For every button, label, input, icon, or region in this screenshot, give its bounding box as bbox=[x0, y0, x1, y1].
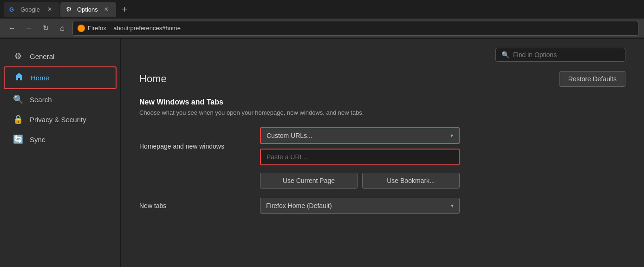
page-title: Home bbox=[139, 73, 167, 85]
options-tab-title: Options bbox=[77, 6, 98, 13]
content-area: 🔍 Find in Options Home Restore Defaults … bbox=[121, 39, 644, 267]
home-icon bbox=[14, 72, 24, 84]
home-nav-button[interactable]: ⌂ bbox=[56, 22, 69, 35]
main-area: ⚙ General Home 🔍 Search 🔒 Privacy & Secu… bbox=[0, 39, 644, 267]
back-button[interactable]: ← bbox=[6, 22, 19, 35]
paste-url-input[interactable] bbox=[260, 149, 460, 165]
tab-bar: G Google ✕ ⚙ Options ✕ + bbox=[0, 0, 644, 19]
google-tab-title: Google bbox=[20, 6, 42, 13]
sidebar-item-general[interactable]: ⚙ General bbox=[4, 46, 117, 66]
url-address bbox=[109, 25, 111, 32]
url-bar[interactable]: Firefox about:preferences#home bbox=[72, 21, 638, 36]
nav-bar: ← → ↻ ⌂ Firefox about:preferences#home bbox=[0, 19, 644, 38]
section-title: New Windows and Tabs bbox=[139, 98, 625, 106]
find-in-options-bar[interactable]: 🔍 Find in Options bbox=[495, 48, 625, 62]
find-bar-placeholder: Find in Options bbox=[513, 51, 557, 59]
find-search-icon: 🔍 bbox=[501, 51, 509, 59]
browser-chrome: G Google ✕ ⚙ Options ✕ + ← → ↻ ⌂ Firefox… bbox=[0, 0, 644, 39]
reload-button[interactable]: ↻ bbox=[39, 22, 52, 35]
sync-icon: 🔄 bbox=[13, 134, 23, 144]
homepage-label: Homepage and new windows bbox=[139, 143, 251, 150]
options-favicon: ⚙ bbox=[66, 6, 73, 13]
homepage-dropdown-value: Custom URLs... bbox=[267, 132, 312, 139]
firefox-favicon bbox=[78, 25, 85, 32]
sidebar-item-privacy[interactable]: 🔒 Privacy & Security bbox=[4, 110, 117, 129]
options-tab-close[interactable]: ✕ bbox=[102, 5, 111, 13]
svg-text:G: G bbox=[9, 6, 14, 13]
use-current-page-button[interactable]: Use Current Page bbox=[260, 173, 358, 189]
homepage-dropdown[interactable]: Custom URLs... ▾ bbox=[260, 127, 460, 144]
new-tab-button[interactable]: + bbox=[117, 2, 132, 17]
sidebar-item-sync[interactable]: 🔄 Sync bbox=[4, 130, 117, 149]
search-icon: 🔍 bbox=[13, 94, 23, 104]
newtabs-dropdown-value: Firefox Home (Default) bbox=[266, 202, 332, 209]
sidebar-item-sync-label: Sync bbox=[30, 136, 45, 143]
newtabs-dropdown-arrow: ▾ bbox=[451, 202, 454, 209]
page-title-row: Home Restore Defaults bbox=[139, 66, 625, 87]
forward-button[interactable]: → bbox=[22, 22, 35, 35]
lock-icon: 🔒 bbox=[13, 114, 23, 124]
options-tab[interactable]: ⚙ Options ✕ bbox=[60, 2, 116, 17]
general-icon: ⚙ bbox=[13, 51, 23, 61]
sidebar-item-general-label: General bbox=[30, 52, 54, 60]
url-action-buttons: Use Current Page Use Bookmark... bbox=[260, 173, 625, 189]
use-bookmark-button[interactable]: Use Bookmark... bbox=[362, 173, 460, 189]
sidebar-item-home-label: Home bbox=[31, 74, 49, 82]
newtabs-dropdown[interactable]: Firefox Home (Default) ▾ bbox=[260, 198, 460, 214]
google-favicon: G bbox=[9, 6, 17, 13]
sidebar-item-privacy-label: Privacy & Security bbox=[30, 116, 86, 124]
homepage-form-row: Homepage and new windows Custom URLs... … bbox=[139, 127, 625, 165]
google-tab-close[interactable]: ✕ bbox=[46, 5, 54, 13]
newtabs-label: New tabs bbox=[139, 202, 251, 209]
sidebar: ⚙ General Home 🔍 Search 🔒 Privacy & Secu… bbox=[0, 39, 121, 267]
newtabs-row: New tabs Firefox Home (Default) ▾ bbox=[139, 198, 625, 214]
restore-defaults-button[interactable]: Restore Defaults bbox=[559, 71, 625, 87]
homepage-dropdown-arrow: ▾ bbox=[450, 132, 453, 139]
sidebar-item-home[interactable]: Home bbox=[4, 66, 117, 89]
homepage-controls: Custom URLs... ▾ bbox=[260, 127, 625, 165]
url-full: about:preferences#home bbox=[113, 25, 181, 32]
url-brand: Firefox bbox=[88, 25, 106, 32]
google-tab[interactable]: G Google ✕ bbox=[4, 2, 59, 17]
section-desc: Choose what you see when you open your h… bbox=[139, 109, 625, 116]
sidebar-item-search-label: Search bbox=[30, 96, 52, 104]
sidebar-item-search[interactable]: 🔍 Search bbox=[4, 90, 117, 109]
find-bar-container: 🔍 Find in Options bbox=[139, 39, 625, 66]
